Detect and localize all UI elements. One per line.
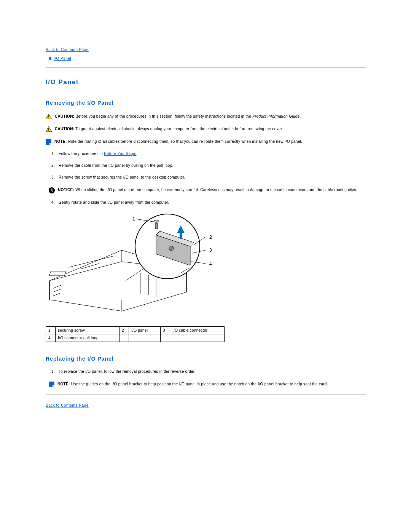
toc-item[interactable]: I/O Panel	[49, 56, 366, 61]
step-text: To replace the I/O panel, follow the rem…	[59, 369, 196, 374]
caution-text: Before you begin any of the procedures i…	[75, 114, 252, 118]
cell-empty	[119, 334, 129, 342]
caution-row: ! CAUTION: Before you begin any of the p…	[46, 113, 366, 119]
page-title: I/O Panel	[46, 78, 366, 86]
divider	[46, 67, 366, 68]
callout-4: 4	[209, 261, 212, 267]
cell-num: 1	[46, 327, 56, 334]
caution-row: ! CAUTION: To guard against electrical s…	[46, 126, 366, 132]
before-you-begin-link[interactable]: Before You Begin	[104, 152, 136, 156]
notice-label: NOTICE:	[58, 188, 74, 192]
section-heading-replacing: Replacing the I/O Panel	[46, 356, 366, 362]
note-label: NOTE:	[57, 382, 70, 386]
cell-label: I/O panel	[129, 327, 161, 334]
svg-rect-19	[155, 224, 158, 229]
note-icon	[46, 139, 51, 145]
cell-label: I/O cable connector	[170, 327, 225, 334]
list-item: 4. Gently rotate and slide the I/O panel…	[46, 200, 366, 204]
table-row: 1 securing screw 2 I/O panel 3 I/O cable…	[46, 327, 225, 334]
cell-label: securing screw	[56, 327, 119, 334]
table-row: 4 I/O connector pull loop	[46, 334, 225, 342]
cell-empty	[129, 334, 161, 342]
bullet-icon	[49, 57, 51, 60]
parts-table: 1 securing screw 2 I/O panel 3 I/O cable…	[46, 326, 225, 342]
note-text: Use the guides on the I/O panel bracket …	[71, 382, 328, 386]
cell-empty	[161, 334, 170, 342]
svg-text:!: !	[48, 115, 49, 119]
removal-steps-cont: 4. Gently rotate and slide the I/O panel…	[46, 200, 366, 204]
callout-2: 2	[209, 235, 212, 240]
cell-empty	[170, 334, 225, 342]
cell-num: 4	[46, 334, 56, 342]
diagram: 1 2 3 4	[46, 212, 366, 319]
list-item: 2. Remove the cable from the I/O panel b…	[46, 163, 366, 168]
removal-steps: 1. Follow the procedures in Before You B…	[46, 152, 366, 179]
step-number: 2.	[49, 163, 55, 168]
step-number: 4.	[49, 200, 55, 204]
caution-after: .	[299, 114, 301, 118]
list-item: 1. Follow the procedures in Before You B…	[46, 152, 366, 156]
callout-1: 1	[132, 216, 135, 222]
list-item: 1. To replace the I/O panel, follow the …	[46, 369, 366, 374]
back-to-contents-link[interactable]: Back to Contents Page	[46, 48, 89, 52]
step-number: 1.	[49, 152, 55, 156]
cell-num: 2	[119, 327, 129, 334]
note-row: NOTE: Note the routing of all cables bef…	[46, 139, 366, 145]
step-text: Remove the cable from the I/O panel by p…	[59, 163, 174, 168]
cell-label: I/O connector pull loop	[56, 334, 119, 342]
note-row: NOTE: Use the guides on the I/O panel br…	[49, 381, 366, 387]
caution-label: CAUTION:	[55, 127, 74, 131]
notice-text: When sliding the I/O panel out of the co…	[75, 188, 357, 192]
toc-io-panel-link[interactable]: I/O Panel	[54, 56, 71, 61]
step-number: 1.	[49, 369, 55, 374]
caution-text: To guard against electrical shock, alway…	[75, 127, 283, 131]
back-to-contents-link-bottom[interactable]: Back to Contents Page	[46, 403, 89, 407]
callout-3: 3	[209, 248, 212, 253]
svg-point-17	[169, 246, 174, 251]
notice-row: NOTICE: When sliding the I/O panel out o…	[49, 187, 366, 193]
step-number: 3.	[49, 175, 55, 179]
step-text-suffix: .	[137, 152, 138, 156]
section-heading-removing: Removing the I/O Panel	[46, 100, 366, 106]
caution-label: CAUTION:	[55, 114, 74, 118]
step-text: Follow the procedures in	[59, 152, 104, 156]
step-text: Gently rotate and slide the I/O panel aw…	[59, 200, 169, 204]
notice-circle-icon	[49, 187, 55, 193]
note-text: Note the routing of all cables before di…	[68, 139, 302, 144]
svg-text:!: !	[48, 128, 49, 132]
note-label: NOTE:	[54, 139, 67, 144]
cell-num: 3	[161, 327, 170, 334]
step-text: Remove the screw that secures the I/O pa…	[59, 175, 185, 179]
note-icon	[49, 382, 54, 387]
caution-triangle-icon: !	[46, 114, 52, 119]
svg-rect-10	[49, 271, 66, 276]
list-item: 3. Remove the screw that secures the I/O…	[46, 175, 366, 179]
caution-triangle-icon: !	[46, 126, 52, 132]
replace-steps: 1. To replace the I/O panel, follow the …	[46, 369, 366, 374]
caution-emph: Product Information Guide	[252, 114, 299, 118]
divider	[46, 394, 366, 395]
